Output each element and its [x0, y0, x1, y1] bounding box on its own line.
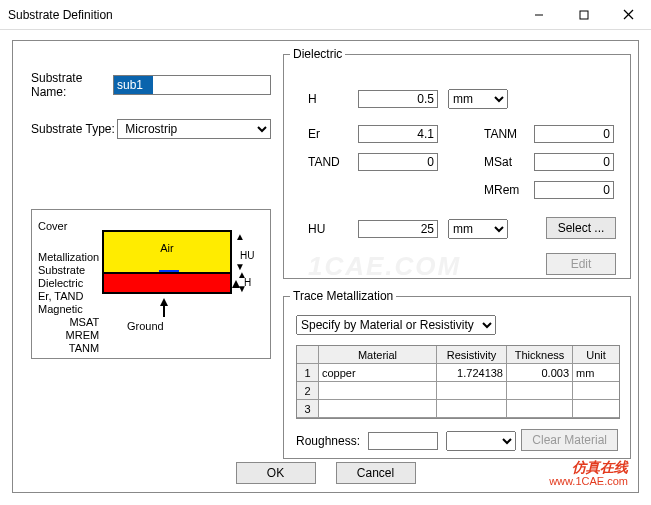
- er-input[interactable]: [358, 125, 438, 143]
- substrate-name-input[interactable]: sub1: [113, 75, 271, 95]
- h-label: H: [308, 92, 358, 106]
- diagram-air-label: Air: [104, 242, 230, 254]
- tand-input[interactable]: [358, 153, 438, 171]
- hu-label: HU: [308, 222, 358, 236]
- table-row[interactable]: 2: [297, 382, 619, 400]
- svg-rect-1: [580, 11, 588, 19]
- substrate-type-select[interactable]: Microstrip: [117, 119, 271, 139]
- ok-button[interactable]: OK: [236, 462, 316, 484]
- er-label: Er: [308, 127, 358, 141]
- table-row[interactable]: 1 copper 1.724138 0.003 mm: [297, 364, 619, 382]
- tand-label: TAND: [308, 155, 358, 169]
- close-button[interactable]: [606, 0, 651, 30]
- window-title: Substrate Definition: [8, 8, 516, 22]
- diagram-cover-label: Cover: [38, 220, 99, 233]
- substrate-type-label: Substrate Type:: [31, 122, 117, 136]
- diagram-dielectric-label: Dielectric: [38, 277, 99, 290]
- clear-material-button: Clear Material: [521, 429, 618, 451]
- diagram-metallization-label: Metallization: [38, 251, 99, 264]
- msat-input[interactable]: [534, 153, 614, 171]
- minimize-button[interactable]: [516, 0, 561, 30]
- dialog-panel: 1CAE.COM Substrate Name: sub1 Substrate …: [12, 40, 639, 493]
- titlebar: Substrate Definition: [0, 0, 651, 30]
- h-input[interactable]: [358, 90, 438, 108]
- trace-mode-select[interactable]: Specify by Material or Resistivity: [296, 315, 496, 335]
- mrem-label: MRem: [484, 183, 534, 197]
- col-material: Material: [319, 346, 437, 364]
- diagram-ertand-label: Er, TAND: [38, 290, 99, 303]
- table-row[interactable]: 3: [297, 400, 619, 418]
- diagram-magnetic-label: Magnetic: [38, 303, 99, 316]
- hu-input[interactable]: [358, 220, 438, 238]
- tanm-input[interactable]: [534, 125, 614, 143]
- substrate-name-label: Substrate Name:: [31, 71, 113, 99]
- h-unit-select[interactable]: mm: [448, 89, 508, 109]
- cancel-button[interactable]: Cancel: [336, 462, 416, 484]
- diagram-msat-label: MSAT: [38, 316, 99, 329]
- col-unit: Unit: [573, 346, 619, 364]
- roughness-label: Roughness:: [296, 434, 360, 448]
- trace-table[interactable]: Material Resistivity Thickness Unit 1 co…: [296, 345, 620, 419]
- diagram-hu-label: HU: [240, 250, 254, 261]
- substrate-name-value: sub1: [113, 75, 153, 95]
- diagram-ground-label: Ground: [127, 320, 164, 332]
- edit-button: Edit: [546, 253, 616, 275]
- mrem-input[interactable]: [534, 181, 614, 199]
- diagram-mrem-label: MREM: [38, 329, 99, 342]
- col-thickness: Thickness: [507, 346, 573, 364]
- tanm-label: TANM: [484, 127, 534, 141]
- substrate-diagram: Cover Metallization Substrate Dielectric…: [31, 209, 271, 359]
- diagram-tanm-label: TANM: [38, 342, 99, 355]
- select-button[interactable]: Select ...: [546, 217, 616, 239]
- hu-unit-select[interactable]: mm: [448, 219, 508, 239]
- diagram-substrate-label: Substrate: [38, 264, 99, 277]
- roughness-unit-select[interactable]: [446, 431, 516, 451]
- dielectric-group: Dielectric H mm Er TANM TAND M: [283, 47, 631, 279]
- msat-label: MSat: [484, 155, 534, 169]
- maximize-button[interactable]: [561, 0, 606, 30]
- watermark: 仿真在线 www.1CAE.com: [549, 460, 628, 488]
- trace-metallization-group: Trace Metallization Specify by Material …: [283, 289, 631, 459]
- col-resistivity: Resistivity: [437, 346, 507, 364]
- trace-legend: Trace Metallization: [290, 289, 396, 303]
- roughness-input[interactable]: [368, 432, 438, 450]
- dielectric-legend: Dielectric: [290, 47, 345, 61]
